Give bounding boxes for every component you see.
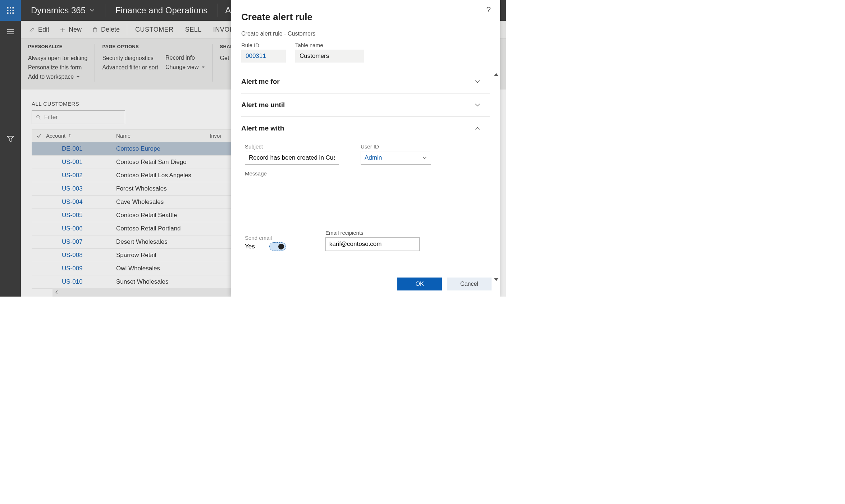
scroll-down-icon[interactable] — [493, 276, 499, 282]
panel-subtitle: Create alert rule - Customers — [241, 31, 490, 37]
section-alert-with[interactable]: Alert me with — [241, 117, 490, 140]
chevron-down-icon — [474, 78, 481, 85]
scroll-up-icon[interactable] — [493, 72, 499, 78]
recipients-input[interactable] — [325, 237, 420, 251]
send-email-label: Send email — [245, 235, 286, 241]
table-name-value[interactable] — [295, 50, 364, 63]
rule-id-label: Rule ID — [241, 42, 286, 48]
ok-button[interactable]: OK — [397, 278, 442, 290]
message-label: Message — [245, 170, 339, 177]
chevron-down-icon — [422, 155, 427, 160]
recipients-label: Email recipients — [325, 230, 420, 236]
user-id-select[interactable]: Admin — [361, 151, 431, 165]
send-email-state: Yes — [245, 243, 255, 250]
section-alert-until[interactable]: Alert me until — [241, 93, 490, 116]
rule-id-value[interactable] — [241, 50, 286, 63]
message-input[interactable] — [245, 178, 339, 223]
section-alert-for[interactable]: Alert me for — [241, 70, 490, 93]
chevron-down-icon — [474, 102, 481, 108]
create-alert-panel: ? Create alert rule Create alert rule - … — [231, 0, 500, 297]
help-button[interactable]: ? — [487, 5, 491, 14]
cancel-button[interactable]: Cancel — [447, 278, 492, 290]
send-email-toggle[interactable] — [269, 242, 286, 251]
table-name-label: Table name — [295, 42, 364, 48]
chevron-up-icon — [474, 125, 481, 132]
subject-label: Subject — [245, 143, 339, 150]
panel-title: Create alert rule — [241, 12, 490, 23]
subject-input[interactable] — [245, 151, 339, 165]
user-id-label: User ID — [361, 143, 431, 150]
